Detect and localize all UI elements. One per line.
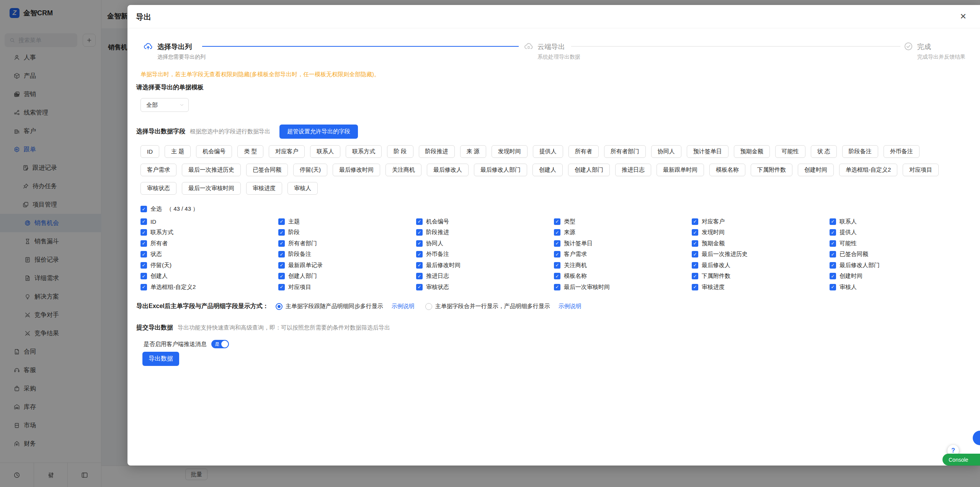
checkbox-checked[interactable] <box>692 273 698 279</box>
field-chip[interactable]: 下属附件数 <box>751 164 792 176</box>
field-chip[interactable]: 关注商机 <box>385 164 421 176</box>
field-chip[interactable]: 阶段推进 <box>419 145 455 158</box>
field-chip[interactable]: 创建时间 <box>798 164 834 176</box>
checkbox-checked[interactable] <box>692 284 698 290</box>
field-chip[interactable]: 审核状态 <box>140 182 176 195</box>
field-chip[interactable]: 已签合同额 <box>246 164 288 176</box>
field-chip[interactable]: 类 型 <box>237 145 263 158</box>
checkbox-checked[interactable] <box>830 229 836 236</box>
checkbox-checked[interactable] <box>278 240 285 247</box>
field-chip[interactable]: ID <box>140 145 159 158</box>
field-chip[interactable]: 推进日志 <box>615 164 651 176</box>
field-chip[interactable]: 审核进度 <box>246 182 282 195</box>
checkbox-checked[interactable] <box>416 273 423 279</box>
checkbox-checked[interactable] <box>554 284 560 290</box>
field-chip[interactable]: 可能性 <box>775 145 805 158</box>
checkbox-checked[interactable] <box>830 240 836 247</box>
checkbox-checked[interactable] <box>140 218 147 225</box>
checkbox-checked[interactable] <box>830 273 836 279</box>
checkbox-checked[interactable] <box>140 284 147 290</box>
checkbox-checked[interactable] <box>278 273 285 279</box>
field-chip[interactable]: 客户需求 <box>140 164 176 176</box>
checkbox-checked[interactable] <box>416 284 423 290</box>
field-chip[interactable]: 最后修改时间 <box>333 164 380 176</box>
field-chip[interactable]: 所有者 <box>568 145 599 158</box>
checkbox-label: 审核进度 <box>702 284 725 291</box>
checkbox-checked[interactable] <box>416 218 423 225</box>
checkbox-checked[interactable] <box>416 240 423 247</box>
checkbox-label: 客户需求 <box>564 251 587 258</box>
field-chip[interactable]: 机会编号 <box>196 145 232 158</box>
export-data-button[interactable]: 导出数据 <box>142 352 179 366</box>
field-chip[interactable]: 最后一次推进历史 <box>182 164 241 176</box>
checkbox-checked[interactable] <box>692 218 698 225</box>
checkbox-checked[interactable] <box>416 229 423 236</box>
checkbox-checked[interactable] <box>554 262 560 269</box>
checkbox-checked[interactable] <box>554 251 560 257</box>
field-chip[interactable]: 所有者部门 <box>604 145 646 158</box>
field-chip[interactable]: 主 题 <box>165 145 191 158</box>
display-option: 主单据字段跟随产品明细同步多行显示示例说明 <box>276 303 415 310</box>
field-chip[interactable]: 审核人 <box>287 182 318 195</box>
checkbox-checked[interactable] <box>830 284 836 290</box>
template-select[interactable]: 全部 <box>140 98 189 112</box>
field-chip[interactable]: 创建人部门 <box>568 164 610 176</box>
field-chip[interactable]: 联系方式 <box>346 145 382 158</box>
checkbox-checked[interactable] <box>692 240 698 247</box>
field-chip[interactable]: 停留(天) <box>293 164 327 176</box>
checkbox-checked[interactable] <box>140 262 147 269</box>
field-chip[interactable]: 单选框组-自定义2 <box>839 164 897 176</box>
field-chip[interactable]: 最后一次审核时间 <box>182 182 241 195</box>
checkbox-checked[interactable] <box>830 218 836 225</box>
checkbox-checked[interactable] <box>830 251 836 257</box>
checkbox-checked[interactable] <box>692 262 698 269</box>
checkbox-checked[interactable] <box>278 262 285 269</box>
field-chip[interactable]: 阶段备注 <box>842 145 878 158</box>
field-chip[interactable]: 预期金额 <box>734 145 770 158</box>
checkbox-checked[interactable] <box>554 273 560 279</box>
checkbox-checked[interactable] <box>278 284 285 290</box>
checkbox-checked[interactable] <box>416 262 423 269</box>
checkbox-checked[interactable] <box>278 218 285 225</box>
example-link[interactable]: 示例说明 <box>559 303 581 310</box>
field-chip[interactable]: 协同人 <box>651 145 681 158</box>
push-message-toggle[interactable]: 是 <box>211 340 229 348</box>
field-chip[interactable]: 状 态 <box>811 145 837 158</box>
checkbox-checked[interactable] <box>830 262 836 269</box>
close-icon[interactable]: ✕ <box>958 11 969 22</box>
field-chip[interactable]: 联系人 <box>310 145 340 158</box>
field-chip[interactable]: 发现时间 <box>492 145 528 158</box>
field-checkbox-item: 审核人 <box>830 282 967 293</box>
checkbox-checked[interactable] <box>278 229 285 236</box>
checkbox-label: 单选框组-自定义2 <box>150 284 196 291</box>
checkbox-checked[interactable] <box>554 240 560 247</box>
field-chip[interactable]: 提供人 <box>533 145 563 158</box>
field-chip[interactable]: 最后修改人部门 <box>474 164 527 176</box>
field-chip[interactable]: 预计签单日 <box>687 145 728 158</box>
checkbox-checked[interactable] <box>692 251 698 257</box>
admin-fields-button[interactable]: 超管设置允许导出的字段 <box>279 125 358 139</box>
field-chip[interactable]: 最新跟单时间 <box>657 164 704 176</box>
checkbox-checked[interactable] <box>140 251 147 257</box>
checkbox-checked[interactable] <box>692 229 698 236</box>
field-chip[interactable]: 外币备注 <box>884 145 920 158</box>
field-chip[interactable]: 阶 段 <box>387 145 413 158</box>
checkbox-checked[interactable] <box>416 251 423 257</box>
checkbox-checked[interactable] <box>140 273 147 279</box>
select-all-checkbox[interactable] <box>140 206 147 212</box>
field-chip[interactable]: 创建人 <box>532 164 563 176</box>
example-link[interactable]: 示例说明 <box>392 303 415 310</box>
checkbox-checked[interactable] <box>554 229 560 236</box>
checkbox-checked[interactable] <box>278 251 285 257</box>
checkbox-checked[interactable] <box>554 218 560 225</box>
radio-selected[interactable] <box>276 303 283 310</box>
console-badge[interactable]: Console <box>942 454 980 466</box>
field-chip[interactable]: 来 源 <box>460 145 486 158</box>
field-chip[interactable]: 对应项目 <box>903 164 939 176</box>
field-chip[interactable]: 对应客户 <box>269 145 305 158</box>
radio-unselected[interactable] <box>425 303 432 310</box>
checkbox-checked[interactable] <box>140 229 147 236</box>
checkbox-checked[interactable] <box>140 240 147 247</box>
field-chip[interactable]: 模板名称 <box>709 164 745 176</box>
field-chip[interactable]: 最后修改人 <box>427 164 469 176</box>
